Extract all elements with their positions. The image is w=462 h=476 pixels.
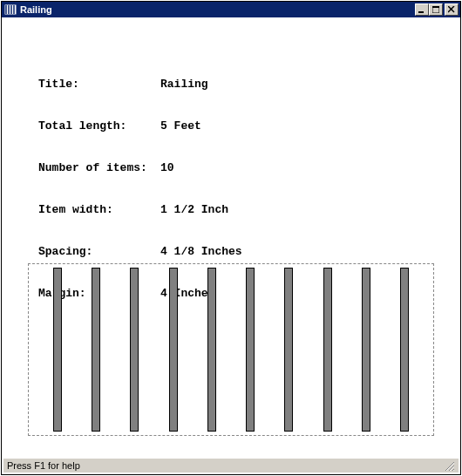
maximize-button[interactable] (429, 3, 443, 16)
info-row: Title: Railing (38, 78, 242, 92)
rail (53, 268, 62, 432)
svg-line-15 (453, 470, 454, 471)
info-label: Number of items: (38, 161, 160, 175)
railing-diagram (28, 263, 434, 436)
client-area: Title: Railing Total length: 5 Feet Numb… (3, 19, 459, 457)
status-bar: Press F1 for help (3, 458, 459, 473)
info-value: 1 1/2 Inch (160, 203, 228, 217)
info-label: Total length: (38, 119, 160, 133)
rail (207, 268, 216, 432)
rail (400, 268, 409, 432)
info-row: Total length: 5 Feet (38, 119, 242, 133)
resize-grip-icon[interactable] (443, 459, 455, 472)
info-label: Title: (38, 78, 160, 92)
rail (362, 268, 370, 432)
info-label: Item width: (38, 203, 160, 217)
app-icon (3, 3, 17, 17)
svg-rect-7 (432, 6, 439, 8)
info-row: Item width: 1 1/2 Inch (38, 203, 242, 217)
rail (323, 268, 332, 432)
close-button[interactable] (445, 3, 459, 16)
info-value: 10 (160, 161, 174, 175)
rail (92, 268, 100, 432)
rail (130, 268, 139, 432)
rail (246, 268, 255, 432)
info-value: 4 1/8 Inches (160, 245, 242, 259)
info-row: Spacing: 4 1/8 Inches (38, 245, 242, 259)
window-title: Railing (20, 4, 415, 15)
minimize-button[interactable] (415, 3, 429, 16)
info-value: 5 Feet (160, 119, 201, 133)
rail (169, 268, 178, 432)
window-controls (415, 3, 459, 16)
info-value: Railing (160, 78, 208, 92)
status-text: Press F1 for help (7, 460, 80, 471)
rail (284, 268, 293, 432)
svg-rect-5 (418, 11, 424, 13)
rails-container (29, 268, 433, 432)
info-row: Number of items: 10 (38, 161, 242, 175)
info-label: Spacing: (38, 245, 160, 259)
app-window: Railing Titl (1, 1, 461, 475)
title-bar: Railing (2, 2, 460, 17)
